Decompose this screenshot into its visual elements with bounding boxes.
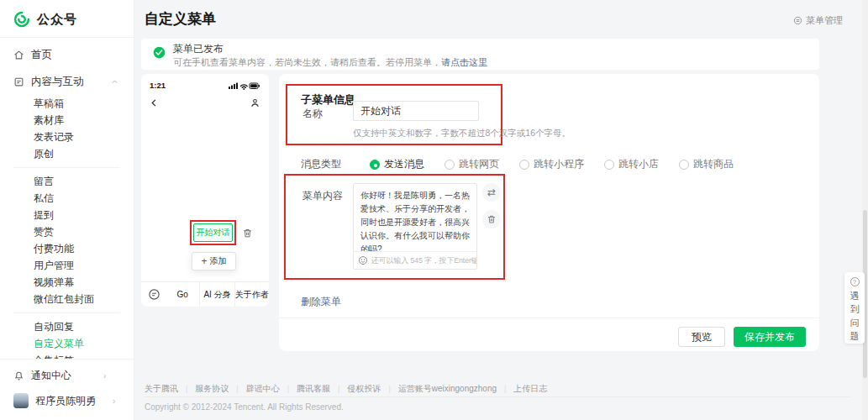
footer-link[interactable]: 腾讯客服 bbox=[297, 383, 330, 395]
section-title: 子菜单信息 bbox=[301, 92, 355, 108]
notifications-label: 通知中心 bbox=[31, 369, 71, 383]
menu-content-textarea[interactable]: 你好呀！我是陈明勇，一名热爱技术、乐于分享的开发者，同时也是开源爱好者，很高兴认… bbox=[354, 184, 476, 251]
content-footer: 还可以输入 545 字，按下Enter键换行 bbox=[354, 251, 476, 269]
sidebar-item-publish-records[interactable]: 发表记录 bbox=[0, 129, 134, 145]
annotation-box-menu-button: 开始对话 bbox=[190, 220, 236, 245]
banner-description: 可在手机查看菜单内容，若尚未生效，请稍后查看。若停用菜单， bbox=[173, 57, 441, 67]
sidebar-item-media-library[interactable]: 素材库 bbox=[0, 112, 134, 129]
footer-links: 关于腾讯| 服务协议| 辟谣中心| 腾讯客服| 侵权投诉| 运营账号weixin… bbox=[145, 383, 547, 395]
chevron-up-icon bbox=[111, 78, 118, 86]
account-row[interactable]: 程序员陈明勇 › bbox=[0, 388, 134, 413]
separator: | bbox=[287, 385, 289, 393]
dock-item-about[interactable]: 关于作者 bbox=[234, 282, 269, 307]
sidebar-item-auto-reply[interactable]: 自动回复 bbox=[0, 318, 134, 335]
radio-label: 跳转网页 bbox=[459, 157, 499, 171]
delete-menu-link[interactable]: 删除菜单 bbox=[301, 295, 341, 309]
bell-icon bbox=[13, 370, 24, 381]
radio-jump-product[interactable]: 跳转商品 bbox=[679, 157, 734, 171]
radio-jump-miniprogram[interactable]: 跳转小程序 bbox=[519, 157, 584, 171]
sidebar-item-video-danmu[interactable]: 视频弹幕 bbox=[0, 274, 134, 291]
divider bbox=[13, 312, 120, 313]
sidebar-item-redpacket-cover[interactable]: 微信红包封面 bbox=[0, 291, 134, 307]
sidebar-sub-list: 草稿箱 素材库 发表记录 原创 留言 私信 提到 赞赏 付费功能 用户管理 视频… bbox=[0, 95, 134, 374]
sidebar-item-user-management[interactable]: 用户管理 bbox=[0, 257, 134, 274]
chevron-right-icon: › bbox=[103, 371, 106, 381]
sidebar-section-label: 内容与互动 bbox=[31, 75, 84, 89]
footer-link[interactable]: 上传日志 bbox=[513, 383, 547, 395]
radio-jump-store[interactable]: 跳转小店 bbox=[604, 157, 659, 171]
radio-selected-icon bbox=[370, 160, 380, 170]
radio-send-message[interactable]: 发送消息 bbox=[370, 157, 424, 171]
sidebar-item-label: 首页 bbox=[31, 48, 52, 62]
sidebar-item-mentions[interactable]: 提到 bbox=[0, 207, 134, 223]
message-type-row: 消息类型 发送消息 跳转网页 跳转小程序 跳转小店 跳转商品 bbox=[301, 157, 754, 171]
sidebar-item-comments[interactable]: 留言 bbox=[0, 173, 134, 190]
keyboard-icon[interactable] bbox=[148, 288, 160, 301]
sidebar-item-notifications[interactable]: 通知中心 › bbox=[0, 363, 134, 388]
footer-link[interactable]: 运营账号weixingongzhong bbox=[398, 383, 497, 395]
radio-jump-webpage[interactable]: 跳转网页 bbox=[445, 157, 499, 171]
swap-order-button[interactable]: ⇄ bbox=[482, 183, 501, 202]
sidebar-item-rewards[interactable]: 赞赏 bbox=[0, 223, 134, 240]
separator: | bbox=[388, 385, 390, 393]
page-title: 自定义菜单 bbox=[145, 9, 216, 29]
divider bbox=[145, 396, 850, 397]
scrollbar-track[interactable] bbox=[862, 0, 868, 420]
menu-content-label: 菜单内容 bbox=[302, 189, 343, 203]
menu-manage-label: 菜单管理 bbox=[806, 14, 843, 27]
person-icon[interactable] bbox=[250, 97, 260, 108]
delete-menu-item-icon[interactable] bbox=[242, 228, 253, 239]
publish-status-banner: 菜单已发布 可在手机查看菜单内容，若尚未生效，请稍后查看。若停用菜单，请点击这里 bbox=[141, 39, 819, 70]
sidebar-item-private-messages[interactable]: 私信 bbox=[0, 190, 134, 207]
brand-logo[interactable]: 公众号 bbox=[0, 0, 134, 38]
avatar bbox=[13, 393, 29, 408]
divider bbox=[13, 167, 120, 168]
annotation-box-submenu-info: 子菜单信息 名称 仅支持中英文和数字，字数不超过8个汉字或16个字母。 bbox=[286, 84, 502, 145]
sidebar-section-content[interactable]: 内容与互动 bbox=[0, 68, 134, 95]
phone-menu-button[interactable]: 开始对话 bbox=[193, 223, 233, 242]
dock-item-ai[interactable]: AI 分身 bbox=[199, 282, 234, 307]
footer-link[interactable]: 辟谣中心 bbox=[246, 383, 280, 395]
sidebar-item-drafts[interactable]: 草稿箱 bbox=[0, 95, 134, 112]
check-circle-icon bbox=[153, 43, 166, 59]
separator: | bbox=[236, 385, 238, 393]
sidebar-item-home[interactable]: 首页 bbox=[0, 41, 134, 68]
dock-item-go[interactable]: Go bbox=[166, 282, 199, 307]
name-hint: 仅支持中英文和数字，字数不超过8个汉字或16个字母。 bbox=[353, 128, 571, 139]
sidebar-item-paid-features[interactable]: 付费功能 bbox=[0, 240, 134, 257]
radio-icon bbox=[604, 160, 614, 170]
home-icon bbox=[13, 50, 24, 60]
footer-copyright: Copyright © 2012-2024 Tencent. All Right… bbox=[145, 402, 344, 412]
sidebar-item-custom-menu[interactable]: 自定义菜单 bbox=[0, 335, 134, 352]
delete-content-button[interactable] bbox=[482, 210, 501, 228]
chevron-right-icon: › bbox=[113, 396, 115, 406]
footer-link[interactable]: 侵权投诉 bbox=[347, 383, 381, 395]
emoji-icon[interactable] bbox=[358, 255, 368, 265]
radio-icon bbox=[679, 160, 689, 170]
phone-dock: Go AI 分身 关于作者 bbox=[141, 281, 269, 307]
plus-icon: + bbox=[201, 256, 207, 266]
content-section-icon bbox=[13, 76, 24, 87]
back-chevron-icon[interactable] bbox=[150, 98, 159, 108]
separator: | bbox=[186, 385, 187, 393]
menu-name-input[interactable] bbox=[353, 101, 479, 121]
radio-icon bbox=[519, 160, 529, 170]
menu-manage-button[interactable]: 菜单管理 bbox=[793, 14, 843, 27]
banner-click-here-link[interactable]: 请点击这里 bbox=[441, 57, 487, 67]
phone-add-menu-button[interactable]: + 添加 bbox=[192, 252, 236, 270]
footer-link[interactable]: 关于腾讯 bbox=[145, 383, 178, 395]
sidebar-item-original[interactable]: 原创 bbox=[0, 145, 134, 162]
help-float-button[interactable]: ? 遇到问题 bbox=[844, 272, 865, 344]
annotation-box-menu-content: 菜单内容 你好呀！我是陈明勇，一名热爱技术、乐于分享的开发者，同时也是开源爱好者… bbox=[284, 174, 505, 280]
menu-manage-icon bbox=[793, 16, 802, 25]
help-label: 遇到问题 bbox=[850, 290, 860, 344]
remaining-chars-hint: 还可以输入 545 字，按下Enter键换行 bbox=[371, 255, 476, 266]
sidebar-bottom: 通知中心 › 程序员陈明勇 › bbox=[0, 359, 134, 420]
preview-button[interactable]: 预览 bbox=[678, 327, 725, 347]
save-publish-button[interactable]: 保存并发布 bbox=[734, 327, 806, 347]
radio-label: 跳转小店 bbox=[618, 157, 659, 171]
radio-label: 跳转商品 bbox=[693, 157, 734, 171]
footer-link[interactable]: 服务协议 bbox=[195, 383, 229, 395]
banner-title: 菜单已发布 bbox=[173, 43, 487, 56]
menu-content-box: 你好呀！我是陈明勇，一名热爱技术、乐于分享的开发者，同时也是开源爱好者，很高兴认… bbox=[353, 183, 477, 270]
